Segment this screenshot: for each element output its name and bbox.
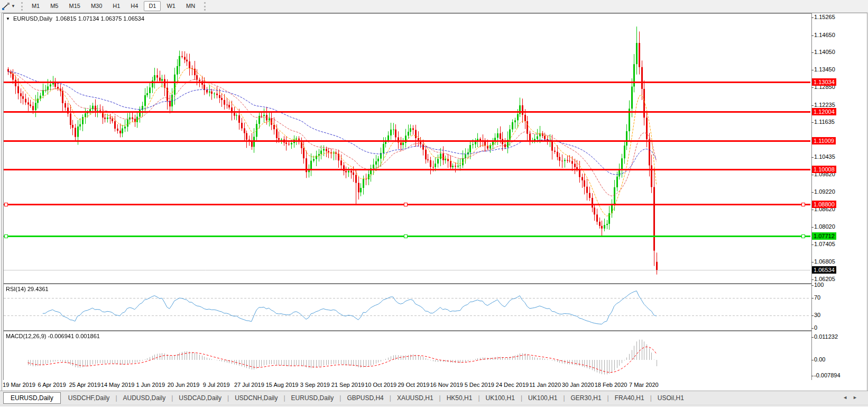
date-label: 1 Jun 2019 — [136, 382, 165, 388]
tab-gbpusd-h4[interactable]: GBPUSD,H4 — [341, 393, 389, 403]
date-label: 25 Apr 2019 — [69, 382, 100, 388]
tab-xauusd-h1[interactable]: XAUUSD,H1 — [392, 393, 439, 403]
date-label: 20 Jun 2019 — [168, 382, 200, 388]
date-label: 15 Aug 2019 — [266, 382, 299, 388]
tab-uk100-h1[interactable]: UK100,H1 — [523, 393, 562, 403]
toolbar-grip — [21, 2, 23, 11]
rsi-canvas[interactable] — [4, 284, 810, 329]
date-label: 5 Dec 2019 — [465, 382, 494, 388]
toolbar-dropdown-caret-icon[interactable]: ▼ — [11, 4, 15, 8]
status-strip — [0, 405, 868, 407]
tab-scroll-right-icon[interactable]: ► — [853, 395, 863, 400]
date-label: 9 Jul 2019 — [203, 382, 230, 388]
date-label: 29 Oct 2019 — [398, 382, 429, 388]
tab-usdchf-daily[interactable]: USDCHF,Daily — [63, 393, 115, 403]
timeframe-button-h4[interactable]: H4 — [126, 1, 143, 11]
rsi-axis-tick: 0 — [814, 324, 817, 331]
timeframe-button-mn[interactable]: MN — [181, 1, 200, 11]
tab-scroll-buttons[interactable]: ◄► — [843, 395, 863, 400]
timeframe-button-group: M1M5M15M30H1H4D1W1MN — [26, 1, 200, 11]
price-chart-canvas[interactable] — [4, 14, 810, 282]
price-axis-tick: 1.06805 — [814, 258, 835, 265]
date-axis[interactable]: 19 Mar 20196 Apr 201925 Apr 201914 May 2… — [3, 380, 865, 390]
chart-title-symbol: EURUSD,Daily — [13, 15, 52, 22]
price-axis[interactable]: 1.152651.146501.140501.134501.128501.122… — [812, 13, 867, 390]
date-label: 18 Feb 2020 — [595, 382, 627, 388]
tab-usoil-h1[interactable]: USOil,H1 — [652, 393, 689, 403]
toolbar-grip-2 — [204, 2, 206, 11]
tab-eurusd-daily[interactable]: EURUSD,Daily — [286, 393, 339, 403]
timeframe-button-w1[interactable]: W1 — [162, 1, 180, 11]
timeframe-button-h1[interactable]: H1 — [108, 1, 125, 11]
hline-price-tag: 1.07712 — [812, 232, 836, 240]
macd-canvas[interactable] — [4, 331, 810, 379]
timeframe-button-m1[interactable]: M1 — [27, 1, 44, 11]
date-label: 11 Jan 2020 — [529, 382, 561, 388]
rsi-label: RSI(14) 29.4361 — [6, 286, 49, 292]
tab-audusd-daily[interactable]: AUDUSD,Daily — [118, 393, 171, 403]
price-axis-tick: 1.14650 — [814, 32, 835, 38]
macd-axis-tick: 0.011232 — [814, 333, 838, 340]
price-axis-tick: 1.11635 — [814, 119, 835, 125]
rsi-indicator-pane[interactable]: RSI(14) 29.4361 — [3, 284, 812, 331]
date-label: 14 May 2019 — [101, 382, 135, 388]
macd-axis-tick: 0.00 — [814, 356, 825, 363]
tab-usdcnh-daily[interactable]: USDCNH,Daily — [229, 393, 283, 403]
timeframe-button-m30[interactable]: M30 — [86, 1, 107, 11]
top-toolbar: ▼ M1M5M15M30H1H4D1W1MN — [0, 0, 868, 13]
price-axis-tick: 1.15265 — [814, 14, 835, 20]
date-label: 6 Apr 2019 — [38, 382, 66, 388]
hline-price-tag: 1.12004 — [812, 108, 836, 115]
tab-usdcad-daily[interactable]: USDCAD,Daily — [173, 393, 227, 403]
tab-fra40-h1[interactable]: FRA40,H1 — [610, 393, 650, 403]
chart-tab-bar: EURUSD,DailyUSDCHF,Daily|AUDUSD,Daily|US… — [0, 391, 868, 405]
date-label: 30 Jan 2020 — [562, 382, 594, 388]
date-label: 3 Sep 2019 — [300, 382, 330, 388]
hline-price-tag: 1.08800 — [812, 201, 836, 208]
price-axis-tick: 1.14050 — [814, 49, 835, 55]
macd-label: MACD(12,26,9) -0.006941 0.001861 — [6, 333, 100, 339]
tab-uk100-h1[interactable]: UK100,H1 — [481, 393, 520, 403]
timeframe-button-m5[interactable]: M5 — [45, 1, 63, 11]
chart-title: ▼ EURUSD,Daily 1.06815 1.07134 1.06375 1… — [6, 15, 144, 22]
price-axis-tick: 1.12235 — [814, 102, 835, 108]
hline-price-tag: 1.11009 — [812, 137, 836, 144]
price-chart-pane[interactable]: ▼ EURUSD,Daily 1.06815 1.07134 1.06375 1… — [3, 13, 812, 284]
price-axis-tick: 1.08020 — [814, 223, 835, 230]
price-axis-tick: 1.10435 — [814, 153, 835, 160]
price-axis-tick: 1.09220 — [814, 188, 835, 195]
macd-indicator-pane[interactable]: MACD(12,26,9) -0.006941 0.001861 — [3, 331, 812, 381]
date-label: 16 Nov 2019 — [430, 382, 463, 388]
timeframe-button-d1[interactable]: D1 — [144, 1, 161, 11]
price-axis-tick: 1.13450 — [814, 66, 835, 73]
rsi-axis-tick: 30 — [814, 312, 820, 318]
date-label: 24 Dec 2019 — [496, 382, 529, 388]
current-price-tag: 1.06534 — [812, 266, 836, 274]
trendline-draw-tool-icon[interactable] — [2, 2, 10, 11]
date-label: 21 Sep 2019 — [331, 382, 364, 388]
hline-price-tag: 1.10008 — [812, 166, 836, 173]
macd-axis-tick: -0.007894 — [814, 372, 841, 378]
tab-scroll-left-icon[interactable]: ◄ — [843, 395, 853, 400]
price-axis-tick: 1.07405 — [814, 241, 835, 247]
tab-hk50-h1[interactable]: HK50,H1 — [441, 393, 478, 403]
rsi-axis-tick: 100 — [814, 282, 824, 288]
timeframe-button-m15[interactable]: M15 — [64, 1, 85, 11]
date-label: 27 Jul 2019 — [234, 382, 264, 388]
hline-price-tag: 1.13034 — [812, 78, 836, 86]
rsi-axis-tick: 70 — [814, 294, 820, 301]
tab-eurusd-daily[interactable]: EURUSD,Daily — [3, 392, 61, 404]
chart-title-caret-icon: ▼ — [6, 16, 10, 21]
date-label: 7 Mar 2020 — [629, 382, 659, 388]
date-label: 19 Mar 2019 — [3, 382, 35, 388]
date-label: 10 Oct 2019 — [365, 382, 396, 388]
tab-ger30-h1[interactable]: GER30,H1 — [566, 393, 607, 403]
chart-title-ohlc: 1.06815 1.07134 1.06375 1.06534 — [56, 15, 144, 22]
